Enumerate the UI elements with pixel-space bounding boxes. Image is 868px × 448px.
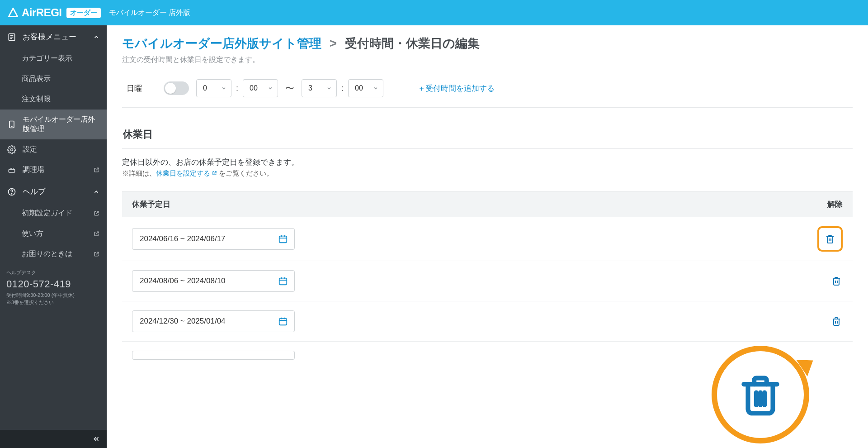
sidebar-item-mobile-order-mgmt[interactable]: モバイルオーダー店外版管理 xyxy=(0,110,107,139)
sidebar-label: 調理場 xyxy=(23,165,44,175)
sidebar-label: 設定 xyxy=(23,145,37,154)
helpdesk-phone: 0120-572-419 xyxy=(6,276,100,291)
menu-icon xyxy=(7,33,16,42)
holiday-row: 2024/06/16 ~ 2024/06/17 xyxy=(122,217,853,261)
start-hour-select[interactable]: 0 xyxy=(196,79,231,97)
page-description: 注文の受付時間と休業日を設定できます。 xyxy=(122,55,853,65)
helpdesk-info: ヘルプデスク 0120-572-419 受付時間9:30-23:00 (年中無休… xyxy=(0,264,107,311)
holiday-section-desc: 定休日以外の、お店の休業予定日を登録できます。 xyxy=(122,157,853,167)
external-link-icon xyxy=(94,210,99,216)
holiday-date-input[interactable]: 2024/12/30 ~ 2025/01/04 xyxy=(132,310,295,332)
holiday-table-header: 休業予定日 解除 xyxy=(122,191,853,217)
external-link-icon xyxy=(94,167,99,173)
main-content: モバイルオーダー店外版サイト管理 > 受付時間・休業日の編集 注文の受付時間と休… xyxy=(107,25,868,370)
chevron-down-icon xyxy=(221,86,226,91)
add-reception-time-link[interactable]: ＋受付時間を追加する xyxy=(418,83,495,94)
chevron-down-icon xyxy=(268,86,273,91)
day-label: 日曜 xyxy=(127,83,156,94)
svg-point-9 xyxy=(11,193,12,194)
sidebar-label: お客様メニュー xyxy=(23,32,76,42)
delete-holiday-button[interactable] xyxy=(830,315,843,328)
holiday-help-link[interactable]: 休業日を設定する xyxy=(156,169,217,177)
col-header-remove: 解除 xyxy=(827,199,843,210)
time-range-tilde: 〜 xyxy=(285,82,294,95)
external-link-icon xyxy=(94,231,99,237)
holiday-row: 2024/08/06 ~ 2024/08/10 xyxy=(122,261,853,301)
chevron-double-left-icon xyxy=(92,435,100,443)
chevron-down-icon xyxy=(326,86,332,91)
external-link-icon xyxy=(212,171,217,176)
breadcrumb-current: 受付時間・休業日の編集 xyxy=(345,35,480,52)
holiday-date-input[interactable] xyxy=(132,351,295,360)
brand-text: AirREGI xyxy=(22,6,62,19)
sidebar-item-guide[interactable]: 初期設定ガイド xyxy=(0,203,107,224)
mobile-icon xyxy=(7,120,16,129)
sidebar-item-order-limit[interactable]: 注文制限 xyxy=(0,89,107,110)
sidebar-section-help[interactable]: ヘルプ xyxy=(0,180,107,203)
header-subtitle: モバイルオーダー 店外版 xyxy=(109,8,190,18)
sidebar-item-category[interactable]: カテゴリー表示 xyxy=(0,48,107,69)
breadcrumb-link[interactable]: モバイルオーダー店外版サイト管理 xyxy=(122,35,321,52)
sidebar-item-trouble[interactable]: お困りのときは xyxy=(0,244,107,264)
delete-holiday-button[interactable] xyxy=(830,275,843,287)
kitchen-icon xyxy=(7,166,16,175)
time-colon: : xyxy=(341,84,344,93)
sidebar-item-settings[interactable]: 設定 xyxy=(0,139,107,160)
sidebar-item-kitchen[interactable]: 調理場 xyxy=(0,160,107,180)
calendar-icon xyxy=(278,316,288,326)
sidebar-section-customer-menu[interactable]: お客様メニュー xyxy=(0,25,107,48)
delete-holiday-highlight xyxy=(817,226,843,252)
holiday-row: 2024/12/30 ~ 2025/01/04 xyxy=(122,301,853,342)
end-hour-select[interactable]: 3 xyxy=(302,79,337,97)
sidebar-label: モバイルオーダー店外版管理 xyxy=(23,115,99,134)
external-link-icon xyxy=(94,251,99,257)
holiday-date-input[interactable]: 2024/08/06 ~ 2024/08/10 xyxy=(132,270,295,292)
breadcrumb-sep: > xyxy=(330,37,337,51)
sidebar-label: ヘルプ xyxy=(23,186,46,197)
calendar-icon xyxy=(278,276,288,286)
chevron-up-icon xyxy=(93,34,99,40)
gear-icon xyxy=(7,145,16,154)
brand-logo: AirREGI オーダー xyxy=(7,6,101,19)
holiday-date-input[interactable]: 2024/06/16 ~ 2024/06/17 xyxy=(132,228,295,250)
brand-badge: オーダー xyxy=(66,8,101,18)
sidebar-item-howto[interactable]: 使い方 xyxy=(0,224,107,244)
brand-mark-icon xyxy=(7,7,19,19)
callout-circle xyxy=(712,346,809,443)
delete-holiday-button[interactable] xyxy=(824,233,836,245)
svg-point-6 xyxy=(11,148,13,151)
help-icon xyxy=(7,187,16,196)
col-header-date: 休業予定日 xyxy=(132,199,170,210)
holiday-section-title: 休業日 xyxy=(122,128,853,149)
chevron-up-icon xyxy=(93,189,99,195)
calendar-icon xyxy=(278,234,288,244)
app-header: AirREGI オーダー モバイルオーダー 店外版 xyxy=(0,0,868,25)
time-colon: : xyxy=(236,84,238,93)
end-minute-select[interactable]: 00 xyxy=(348,79,383,97)
holiday-section-note: ※詳細は、休業日を設定する をご覧ください。 xyxy=(122,169,853,178)
reception-time-row: 日曜 0 : 00 〜 3 : 00 ＋受付時間を追加する xyxy=(122,76,853,108)
svg-rect-10 xyxy=(279,236,287,243)
trash-icon xyxy=(736,370,785,419)
chevron-down-icon xyxy=(373,86,378,91)
svg-rect-7 xyxy=(9,169,14,172)
svg-rect-14 xyxy=(279,278,287,285)
sidebar-item-product[interactable]: 商品表示 xyxy=(0,69,107,89)
sidebar: お客様メニュー カテゴリー表示 商品表示 注文制限 モバイルオーダー店外版管理 … xyxy=(0,25,107,448)
breadcrumb: モバイルオーダー店外版サイト管理 > 受付時間・休業日の編集 xyxy=(122,35,853,52)
sidebar-collapse-button[interactable] xyxy=(0,430,107,448)
start-minute-select[interactable]: 00 xyxy=(243,79,278,97)
day-toggle[interactable] xyxy=(164,81,189,95)
svg-rect-18 xyxy=(279,319,287,325)
